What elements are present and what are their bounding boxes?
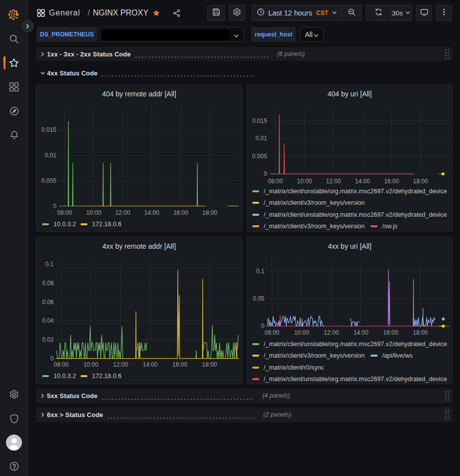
dashboard-settings-button[interactable] [229,5,245,21]
legend-swatch [252,202,259,204]
grafana-logo[interactable] [5,6,23,24]
dashboard-row-5xx[interactable]: 5xx Status Code(4 panels) [36,388,453,403]
legend-swatch [371,355,378,357]
row-title[interactable]: 1xx - 3xx - 2xx Status Code [47,50,131,58]
legend-label[interactable]: 10.0.3.2 [53,221,76,228]
svg-text:0.06: 0.06 [42,299,54,306]
legend-swatch [42,223,49,225]
legend-item[interactable]: 172.18.0.6 [80,373,121,380]
chevron-down-icon [39,70,46,76]
row-panel-count: (2 panels) [263,411,291,418]
sidebar-item-starred[interactable] [0,51,28,75]
chart-plot[interactable]: 00.020.040.060.080.108:0010:0012:0014:00… [36,237,242,384]
breadcrumb-section[interactable]: General [49,8,80,17]
row-title[interactable]: 5xx Status Code [47,392,97,400]
row-drag-handle[interactable] [445,49,450,59]
legend-item[interactable]: /_matrix/client/unstable/org.matrix.msc2… [252,188,447,195]
chart-plot[interactable]: 00.0050.010.01508:0010:0012:0014:0016:00… [36,85,242,232]
legend-swatch [252,378,259,380]
legend-item[interactable]: /_matrix/client/unstable/org.matrix.msc2… [252,341,447,348]
tv-mode-button[interactable] [416,5,432,21]
svg-text:0.05: 0.05 [253,295,265,302]
refresh-controls: 30s [366,5,412,21]
sidebar-item-configuration[interactable] [0,383,28,407]
svg-text:08:00: 08:00 [264,329,279,336]
legend-label[interactable]: /_matrix/client/v3/room_keys/version [264,352,365,359]
svg-text:12:00: 12:00 [326,178,341,185]
chevron-down-icon [313,32,319,40]
legend-item[interactable]: /_matrix/client/v3/room_keys/version [252,199,365,206]
legend-label[interactable]: /sw.js [382,223,398,230]
row-title[interactable]: 6xx > Status Code [47,411,103,419]
svg-text:0.1: 0.1 [45,261,54,268]
dashboard-row-1xx[interactable]: 1xx - 3xx - 2xx Status Code(6 panels) [36,47,453,61]
kebab-icon [440,8,448,18]
legend-label[interactable]: /_matrix/client/r0/sync [264,364,324,371]
favorite-star-icon[interactable] [152,9,160,17]
dashboard-row-4xx[interactable]: 4xx Status Code [36,66,453,80]
svg-text:14:00: 14:00 [143,361,158,368]
sidebar-item-help[interactable] [0,455,28,476]
apps-grid-icon[interactable] [37,9,45,17]
svg-text:08:00: 08:00 [53,361,68,368]
variable-value-ds-prometheus[interactable] [99,27,244,42]
legend-swatch [252,367,259,369]
legend-item[interactable]: /_matrix/client/unstable/org.matrix.msc2… [252,211,447,218]
legend-item[interactable]: 10.0.3.2 [42,221,76,228]
legend-label[interactable]: /_matrix/client/unstable/org.matrix.msc2… [264,341,447,348]
svg-text:14:00: 14:00 [354,329,369,336]
legend-label[interactable]: 10.0.3.2 [53,373,76,380]
panel-1: 404 by remote addr [All]00.0050.010.0150… [36,84,242,232]
svg-text:16:00: 16:00 [384,178,399,185]
row-panel-count: (6 panels) [277,50,305,57]
gear-icon [8,389,19,400]
sidebar-item-explore[interactable] [0,99,28,123]
breadcrumb: General / NGINX PROXY [37,8,181,17]
legend-swatch [252,225,259,227]
legend-item[interactable]: 10.0.3.2 [42,373,76,380]
time-range-picker[interactable]: Last 12 hours CST [252,5,342,20]
row-drag-handle[interactable] [445,391,450,401]
variable-value-request-host[interactable]: All [300,27,324,42]
legend-swatch [80,223,87,225]
sidebar-item-alerting[interactable] [0,123,28,147]
legend-item[interactable]: /_matrix/client/v3/room_keys/version [252,352,365,359]
legend-label[interactable]: /api/live/ws [382,352,413,359]
variable-label-request-host[interactable]: request_host [251,27,296,42]
svg-text:16:00: 16:00 [172,361,187,368]
sidebar-item-user[interactable] [0,431,28,455]
refresh-interval-dropdown[interactable]: 30s [391,5,412,20]
zoom-out-icon [348,8,356,18]
row-drag-handle[interactable] [445,410,450,420]
legend-label[interactable]: /_matrix/client/unstable/org.matrix.msc2… [264,211,447,218]
variable-label-ds-prometheus[interactable]: DS_PROMETHEUS [36,27,97,42]
save-icon [212,8,220,18]
legend-label[interactable]: 172.18.0.6 [92,373,121,380]
zoom-out-button[interactable] [342,5,361,20]
legend-label[interactable]: /_matrix/client/v3/room_keys/version [264,199,365,206]
legend-label[interactable]: /_matrix/client/unstable/org.matrix.msc2… [264,376,447,383]
sidebar-expand-button[interactable] [21,20,34,32]
save-dashboard-button[interactable] [207,5,225,21]
svg-text:0.01: 0.01 [256,135,268,142]
legend-item[interactable]: /_matrix/client/v3/room_keys/version [252,223,365,230]
dashboard-title[interactable]: NGINX PROXY [93,8,148,17]
sidebar-item-dashboards[interactable] [0,75,28,99]
legend-item[interactable]: /api/live/ws [371,352,413,359]
legend-item[interactable]: /sw.js [371,223,398,230]
legend-item[interactable]: /_matrix/client/unstable/org.matrix.msc2… [252,376,447,383]
legend-label[interactable]: /_matrix/client/unstable/org.matrix.msc2… [264,188,447,195]
kebab-menu-button[interactable] [436,5,452,21]
time-range-label: Last 12 hours [268,9,312,17]
clock-icon [257,8,265,18]
legend-label[interactable]: 172.18.0.6 [92,221,121,228]
dashboard-row-6xx[interactable]: 6xx > Status Code(2 panels) [36,407,453,422]
share-icon[interactable] [172,9,181,17]
legend-item[interactable]: 172.18.0.6 [80,221,121,228]
svg-text:16:00: 16:00 [383,329,398,336]
legend-item[interactable]: /_matrix/client/r0/sync [252,364,324,371]
legend-label[interactable]: /_matrix/client/v3/room_keys/version [264,223,365,230]
row-title[interactable]: 4xx Status Code [47,69,97,77]
refresh-button[interactable] [366,5,391,20]
sidebar-item-server-admin[interactable] [0,407,28,431]
